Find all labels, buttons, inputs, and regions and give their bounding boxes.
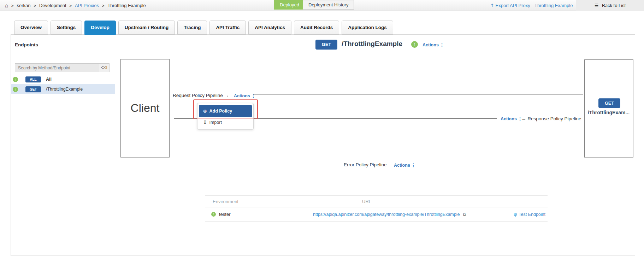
home-icon[interactable]: ⌂ — [5, 2, 8, 8]
deployment-history-button[interactable]: Deployment History — [303, 0, 354, 10]
add-circle-icon[interactable]: ↑ — [411, 41, 418, 48]
back-to-list-button[interactable]: ☰ Back to List — [576, 0, 644, 11]
eraser-icon: ⌫ — [101, 65, 107, 70]
column-header-environment: Environment — [205, 199, 362, 204]
tab-develop[interactable]: Develop — [84, 21, 116, 35]
tab-api-analytics[interactable]: API Analytics — [248, 21, 291, 35]
target-method-badge: GET — [598, 98, 620, 108]
sidebar-item-throttling-example[interactable]: ↑ GET /ThrottlingExample — [11, 84, 115, 94]
breadcrumb-item-throttling-example: Throttling Example — [107, 3, 146, 8]
method-badge-all: ALL — [25, 76, 41, 82]
list-icon: ☰ — [595, 3, 599, 8]
endpoint-path-title: /ThrottlingExample — [342, 40, 402, 48]
clear-search-button[interactable]: ⌫ — [99, 63, 110, 72]
response-pipeline-actions-menu[interactable]: Actions⋮ — [501, 116, 522, 121]
test-endpoint-button[interactable]: ψTest Endpoint — [514, 212, 545, 217]
import-menu-item[interactable]: ↧Import — [199, 117, 252, 128]
endpoint-search-input[interactable] — [15, 63, 99, 72]
target-endpoint-box: GET /ThrottlingExam... — [584, 59, 633, 157]
tab-application-logs[interactable]: Application Logs — [342, 21, 393, 35]
export-api-proxy-link[interactable]: ↥ Export API Proxy — [490, 0, 530, 11]
error-pipeline-label: Error Policy Pipeline — [344, 162, 387, 167]
breadcrumb-separator: > — [102, 4, 104, 8]
request-pipeline-line — [253, 94, 583, 95]
error-pipeline-actions-menu[interactable]: Actions⋮ — [394, 162, 415, 168]
breadcrumb-item-serkan[interactable]: serkan — [17, 3, 31, 8]
test-endpoint-icon: ψ — [514, 212, 517, 217]
upload-icon: ↥ — [490, 3, 494, 8]
import-icon: ↧ — [203, 120, 207, 125]
gateway-url-link[interactable]: https://apiqa.apinizer.com/apigateway/th… — [313, 212, 460, 217]
request-pipeline-label: Request Policy Pipeline → — [173, 93, 229, 98]
deployed-status-button[interactable]: Deployed — [274, 0, 305, 10]
breadcrumb-item-development[interactable]: Development — [39, 3, 66, 8]
deploy-endpoint-icon[interactable]: ↑ — [13, 77, 18, 82]
breadcrumb-item-api-proxies[interactable]: API Proxies — [75, 3, 99, 8]
add-policy-menu-item[interactable]: ⊕Add Policy — [199, 105, 252, 117]
sidebar-divider — [115, 35, 115, 256]
endpoint-actions-menu[interactable]: Actions⋮ — [423, 42, 444, 47]
request-pipeline-actions-menu[interactable]: Actions⋮ — [234, 93, 255, 98]
breadcrumb-separator: > — [70, 4, 72, 8]
endpoints-title: Endpoints — [15, 42, 38, 47]
client-box: Client — [120, 59, 170, 157]
ellipsis-icon: ⋮ — [411, 163, 416, 168]
environments-table: Environment URL ↑ tester https://apiqa.a… — [205, 195, 548, 222]
environment-status-icon: ↑ — [211, 212, 216, 217]
ellipsis-icon: ⋮ — [440, 42, 444, 47]
deploy-endpoint-icon[interactable]: ↑ — [13, 87, 18, 92]
table-row: ↑ tester https://apiqa.apinizer.com/apig… — [205, 207, 548, 222]
method-badge-get: GET — [25, 86, 41, 92]
endpoint-method-badge: GET — [315, 40, 337, 50]
tab-settings[interactable]: Settings — [51, 21, 82, 35]
endpoint-search: ⌫ — [15, 63, 110, 72]
endpoint-label: /ThrottlingExample — [46, 87, 83, 92]
sidebar-item-all[interactable]: ↑ ALL All — [11, 74, 115, 84]
tab-audit-records[interactable]: Audit Records — [294, 21, 339, 35]
top-bar: ⌂ > serkan > Development > API Proxies >… — [0, 0, 644, 11]
endpoint-label: All — [46, 77, 52, 82]
response-pipeline-label: ← Response Policy Pipeline — [521, 116, 581, 121]
breadcrumb: ⌂ > serkan > Development > API Proxies >… — [5, 0, 146, 11]
arrow-left-icon: ← — [521, 116, 526, 121]
tab-upstream-routing[interactable]: Upstream / Routing — [118, 21, 175, 35]
tab-bar: Overview Settings Develop Upstream / Rou… — [14, 21, 393, 35]
tab-api-traffic[interactable]: API Traffic — [209, 21, 246, 35]
tab-tracing[interactable]: Tracing — [177, 21, 207, 35]
copy-icon[interactable]: ⧉ — [463, 212, 466, 217]
api-name-link[interactable]: Throttling Example — [534, 0, 573, 11]
breadcrumb-separator: > — [11, 4, 13, 8]
target-path-label: /ThrottlingExam... — [585, 110, 632, 115]
divider — [15, 56, 110, 56]
breadcrumb-separator: > — [34, 4, 36, 8]
environments-table-header: Environment URL — [205, 195, 548, 207]
column-header-url: URL — [362, 199, 371, 204]
client-label: Client — [131, 102, 160, 115]
plus-circle-icon: ⊕ — [203, 109, 207, 114]
environment-name: tester — [219, 212, 231, 217]
arrow-right-icon: → — [224, 93, 229, 98]
tab-overview[interactable]: Overview — [14, 21, 48, 35]
pipeline-actions-dropdown: ⊕Add Policy ↧Import — [197, 103, 254, 130]
